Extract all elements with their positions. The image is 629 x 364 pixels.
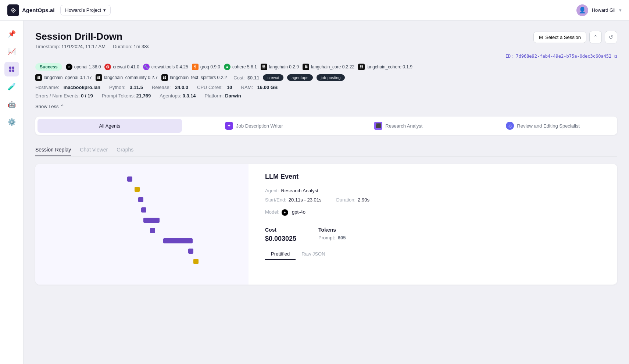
- user-chevron-icon: ▾: [619, 7, 622, 13]
- svg-rect-3: [9, 69, 11, 72]
- langchain-icon: ⛓: [261, 64, 267, 70]
- logo-icon: [7, 4, 19, 16]
- tab-review-editing-specialist[interactable]: ◇ Review and Editing Specialist: [471, 119, 615, 133]
- langchain-cohere-icon: ⛓: [358, 64, 365, 70]
- tab-job-description-writer[interactable]: ✦ Job Description Writer: [182, 119, 326, 133]
- sidebar: 📌 📈 🧪 🤖 ⚙️: [0, 21, 24, 364]
- event-subtabs: Prettified Raw JSON: [265, 249, 608, 260]
- event-startend-field: Start/End: 20.11s - 23.01s: [265, 197, 321, 203]
- sidebar-item-pin[interactable]: 📌: [4, 26, 19, 41]
- lib-cohere: ● cohere 5.6.1: [224, 64, 257, 70]
- langchain-text-splitters-icon: ⛓: [161, 74, 168, 81]
- dot-3[interactable]: [138, 197, 143, 202]
- chevron-up-icon: ⌃: [60, 104, 64, 109]
- svg-rect-2: [12, 67, 14, 69]
- event-duration-field: Duration: 2.90s: [336, 197, 369, 203]
- tab-graphs[interactable]: Graphs: [117, 144, 133, 156]
- cpu-field: CPU Cores: 10: [197, 85, 232, 90]
- content-area: LLM Event Agent: Research Analyst Start/…: [35, 164, 617, 285]
- sidebar-item-experiments[interactable]: 🧪: [4, 79, 19, 94]
- langchain-openai-icon: ⛓: [35, 74, 42, 81]
- session-id-value: 7d968e92-fab4-49e2-b75a-0dec3c60a452: [516, 54, 611, 59]
- event-title: LLM Event: [265, 173, 608, 181]
- release-field: Release: 24.0.0: [152, 85, 188, 90]
- research-analyst-icon: ⬛: [374, 122, 382, 130]
- agentops-field: Agentops: 0.3.14: [160, 93, 196, 99]
- session-meta: Timestamp: 11/1/2024, 11:17 AM Duration:…: [35, 44, 149, 49]
- duration-label: Duration: 1m 38s: [113, 44, 149, 49]
- page-title: Session Drill-Down: [35, 31, 149, 42]
- sidebar-item-analytics[interactable]: 📈: [4, 44, 19, 59]
- tab-chat-viewer[interactable]: Chat Viewer: [80, 144, 108, 156]
- select-session-button[interactable]: ⊞ Select a Session: [533, 32, 586, 43]
- dot-5[interactable]: [143, 218, 160, 223]
- dot-8[interactable]: [188, 249, 193, 254]
- dot-9[interactable]: [193, 259, 199, 264]
- lib-langchain-community: ⛓ langchain_community 0.2.7: [96, 74, 158, 81]
- tab-all-agents[interactable]: All Agents: [37, 119, 182, 133]
- sysinfo-row-2: Errors / Num Events: 0 / 19 Prompt Token…: [35, 93, 617, 99]
- tab-session-replay[interactable]: Session Replay: [35, 144, 71, 156]
- svg-rect-4: [12, 69, 14, 72]
- main-content: Session Drill-Down Timestamp: 11/1/2024,…: [24, 21, 629, 364]
- app-name: AgentOps.ai: [22, 7, 54, 13]
- gpt4o-icon: ✦: [282, 209, 288, 216]
- tab-research-analyst[interactable]: ⬛ Research Analyst: [326, 119, 471, 133]
- tag-crewai: crewai: [263, 74, 283, 81]
- refresh-button[interactable]: ↺: [605, 31, 617, 43]
- lib-langchain-core: ⛓ langchain_core 0.2.22: [303, 64, 354, 70]
- event-agent-field: Agent: Research Analyst: [265, 188, 608, 193]
- timestamp-label: Timestamp: 11/1/2024, 11:17 AM: [35, 44, 106, 49]
- svg-point-0: [12, 10, 14, 11]
- app-logo: AgentOps.ai: [7, 4, 54, 16]
- copy-icon[interactable]: ⧉: [614, 54, 617, 59]
- prompt-tokens-field: Prompt Tokens: 21,769: [102, 93, 151, 99]
- langchain-core-icon: ⛓: [303, 64, 309, 70]
- hostname-field: HostName: macbookpro.lan: [35, 85, 100, 90]
- timeline-svg: [44, 173, 240, 276]
- sub-tabs: Session Replay Chat Viewer Graphs: [35, 144, 617, 157]
- tab-raw-json[interactable]: Raw JSON: [296, 249, 331, 260]
- project-selector[interactable]: Howard's Project ▾: [60, 5, 111, 15]
- tags-row-2: ⛓ langchain_openai 0.1.17 ⛓ langchain_co…: [35, 74, 617, 81]
- session-id-row: ID: 7d968e92-fab4-49e2-b75a-0dec3c60a452…: [35, 54, 617, 59]
- chevron-down-icon: ▾: [103, 7, 106, 13]
- langchain-community-icon: ⛓: [96, 74, 102, 81]
- cost-section: Cost $0.003025: [265, 222, 296, 243]
- dot-2[interactable]: [135, 187, 140, 192]
- sidebar-item-settings[interactable]: ⚙️: [4, 115, 19, 129]
- tag-job-posting: job-posting: [317, 74, 345, 81]
- lib-langchain: ⛓ langchain 0.2.9: [261, 64, 299, 70]
- svg-rect-1: [9, 67, 11, 69]
- dot-7[interactable]: [163, 238, 193, 243]
- crewai-icon: ⚙: [104, 64, 111, 70]
- crewaitools-icon: 🔧: [143, 64, 150, 70]
- ram-field: RAM: 16.00 GB: [241, 85, 278, 90]
- lib-crewai: ⚙ crewai 0.41.0: [104, 64, 139, 70]
- tag-agentops: agentops: [287, 74, 312, 81]
- cohere-icon: ●: [224, 64, 230, 70]
- tab-prettified[interactable]: Prettified: [265, 249, 296, 260]
- dot-6[interactable]: [150, 228, 155, 233]
- review-specialist-icon: ◇: [506, 122, 514, 130]
- job-writer-icon: ✦: [225, 122, 233, 130]
- lib-langchain-cohere: ⛓ langchain_cohere 0.1.9: [358, 64, 412, 70]
- user-name: Howard Gil: [592, 7, 615, 13]
- dot-1[interactable]: [127, 176, 132, 182]
- header-actions: ⊞ Select a Session ⌃ ↺: [533, 31, 617, 43]
- event-panel: LLM Event Agent: Research Analyst Start/…: [256, 164, 617, 285]
- tags-row-1: Success ○ openai 1.36.0 ⚙ crewai 0.41.0 …: [35, 63, 617, 71]
- show-less-button[interactable]: Show Less ⌃: [35, 104, 64, 109]
- replay-panel: [35, 164, 249, 285]
- timeline: [44, 173, 240, 276]
- sidebar-item-sessions[interactable]: [4, 62, 19, 76]
- dot-4[interactable]: [141, 207, 146, 213]
- lib-groq: 9 groq 0.9.0: [192, 64, 220, 70]
- top-navigation: AgentOps.ai Howard's Project ▾ 👤 Howard …: [0, 0, 629, 21]
- sidebar-item-agents[interactable]: 🤖: [4, 97, 19, 112]
- platform-field: Platform: Darwin: [205, 93, 241, 99]
- python-field: Python: 3.11.5: [109, 85, 143, 90]
- openai-icon: ○: [66, 64, 72, 70]
- collapse-button[interactable]: ⌃: [589, 31, 602, 43]
- errors-field: Errors / Num Events: 0 / 19: [35, 93, 93, 99]
